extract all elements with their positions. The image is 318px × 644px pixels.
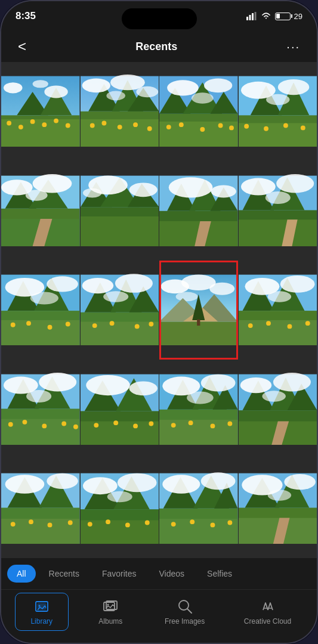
bottom-nav: Library Albums (1, 589, 317, 643)
svg-point-221 (201, 473, 236, 490)
svg-point-84 (211, 185, 236, 197)
svg-point-32 (147, 126, 152, 131)
photo-cell-14[interactable] (159, 360, 238, 459)
svg-point-143 (305, 321, 310, 326)
svg-point-117 (109, 321, 114, 326)
svg-point-12 (42, 122, 47, 127)
filter-tab-selfies[interactable]: Selfies (197, 565, 242, 583)
svg-point-10 (18, 125, 23, 129)
svg-rect-2 (252, 13, 254, 20)
svg-point-116 (92, 323, 97, 328)
svg-point-14 (66, 123, 70, 128)
svg-point-46 (229, 125, 234, 130)
photo-cell-3[interactable] (239, 62, 317, 161)
svg-point-197 (47, 473, 78, 489)
svg-point-118 (134, 324, 139, 329)
photo-cell-1[interactable] (81, 62, 159, 161)
bottom-nav-creative-cloud[interactable]: Creative Cloud (232, 593, 303, 630)
svg-rect-0 (246, 17, 248, 20)
svg-point-154 (42, 423, 47, 428)
svg-rect-73 (81, 216, 159, 246)
svg-point-141 (266, 321, 271, 326)
photo-cell-10-selected[interactable] (159, 261, 238, 360)
albums-icon (102, 598, 119, 615)
library-label: Library (30, 617, 53, 626)
wifi-icon (261, 12, 271, 20)
svg-point-41 (192, 92, 214, 103)
filter-tab-recents[interactable]: Recents (39, 565, 89, 583)
nav-bar: < Recents ··· (1, 31, 317, 62)
filter-tab-videos[interactable]: Videos (150, 565, 194, 583)
filter-tabs: All Recents Favorites Videos Selfies (1, 558, 317, 589)
svg-point-16 (44, 85, 67, 98)
photo-cell-2[interactable] (159, 62, 238, 161)
svg-point-139 (267, 291, 291, 302)
svg-point-210 (87, 522, 92, 527)
svg-point-223 (190, 520, 194, 525)
svg-point-207 (82, 478, 117, 495)
svg-point-31 (133, 122, 138, 127)
more-button[interactable]: ··· (282, 35, 305, 58)
photo-cell-15[interactable] (239, 360, 317, 459)
svg-point-179 (210, 423, 215, 428)
svg-point-225 (227, 521, 232, 525)
photo-cell-16[interactable] (1, 459, 80, 558)
free-images-label: Free Images (165, 617, 205, 626)
svg-point-211 (106, 520, 110, 525)
svg-point-15 (4, 82, 23, 93)
back-button[interactable]: < (13, 33, 31, 60)
photo-cell-6[interactable] (159, 162, 238, 261)
svg-point-209 (107, 491, 132, 502)
filter-tab-all[interactable]: All (7, 565, 36, 583)
svg-rect-112 (81, 322, 159, 345)
svg-point-212 (125, 523, 129, 528)
svg-point-177 (171, 423, 176, 428)
svg-point-30 (117, 125, 122, 129)
svg-point-200 (48, 523, 53, 528)
svg-point-43 (179, 122, 184, 127)
svg-rect-90 (239, 219, 317, 246)
svg-rect-161 (81, 421, 159, 444)
svg-point-153 (23, 420, 27, 425)
svg-point-42 (166, 125, 171, 129)
svg-point-155 (61, 421, 66, 426)
photo-cell-0[interactable] (1, 62, 80, 161)
svg-point-13 (54, 119, 58, 123)
svg-point-11 (30, 119, 35, 124)
svg-point-9 (7, 121, 11, 126)
svg-point-163 (129, 381, 157, 395)
photo-cell-8[interactable] (1, 261, 80, 360)
bottom-nav-free-images[interactable]: Free Images (153, 593, 217, 630)
photo-cell-7[interactable] (239, 162, 317, 261)
photo-cell-13[interactable] (81, 360, 159, 459)
filter-tab-favorites[interactable]: Favorites (92, 565, 146, 583)
photo-grid (1, 62, 317, 558)
photo-cell-12[interactable] (1, 360, 80, 459)
svg-point-180 (227, 421, 232, 426)
svg-rect-38 (159, 122, 238, 147)
svg-point-104 (26, 321, 31, 326)
svg-point-178 (189, 420, 193, 425)
photo-cell-18[interactable] (159, 459, 238, 558)
svg-point-151 (26, 390, 51, 402)
svg-point-53 (277, 79, 309, 95)
photo-cell-5[interactable] (81, 162, 159, 261)
nav-title: Recents (135, 41, 177, 53)
svg-point-76 (82, 188, 101, 197)
bottom-nav-albums[interactable]: Albums (84, 593, 137, 630)
svg-point-66 (26, 190, 48, 200)
photo-cell-19[interactable] (239, 459, 317, 558)
svg-point-166 (133, 423, 138, 428)
photo-cell-4[interactable] (1, 162, 80, 261)
photo-cell-17[interactable] (81, 459, 159, 558)
svg-point-17 (33, 80, 48, 88)
svg-point-28 (89, 123, 94, 128)
bottom-nav-library[interactable]: Library (15, 593, 69, 631)
svg-point-222 (171, 522, 176, 527)
svg-point-54 (266, 94, 289, 105)
photo-cell-9[interactable] (81, 261, 159, 360)
svg-point-189 (262, 391, 285, 401)
svg-point-123 (209, 283, 234, 295)
photo-cell-11[interactable] (239, 261, 317, 360)
svg-point-140 (248, 323, 252, 328)
